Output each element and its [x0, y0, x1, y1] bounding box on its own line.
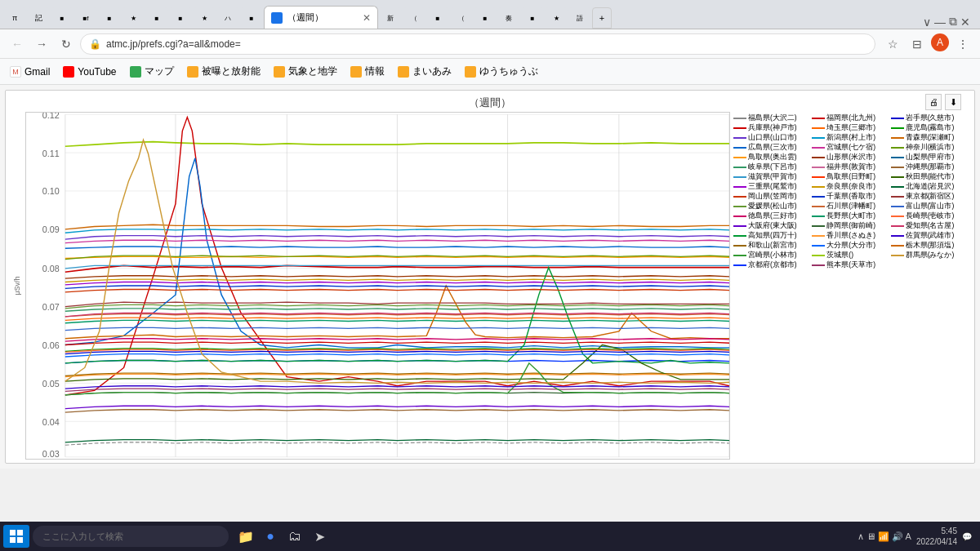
folder-miami-icon — [398, 66, 409, 78]
tab-item[interactable]: ★ — [545, 7, 568, 29]
legend-kyoto: 京都府(京都市) — [733, 260, 810, 270]
tab-close-icon[interactable]: ✕ — [363, 12, 371, 24]
legend-nara: 奈良県(奈良市) — [812, 182, 889, 192]
chart-title: （週間） — [6, 91, 974, 112]
tab-item[interactable]: 奏 — [497, 7, 520, 29]
legend-oita: 大分県(大分市) — [812, 241, 889, 251]
close-icon[interactable]: ✕ — [960, 16, 970, 29]
taskbar-clock: 5:45 2022/04/14 — [916, 526, 957, 547]
tab-item[interactable]: ■f — [74, 7, 97, 29]
legend-tottori2: 鳥取県(日野町) — [812, 172, 889, 182]
bookmark-radiation[interactable]: 被曝と放射能 — [184, 63, 264, 80]
legend-tottori: 鳥取県(奥出雲) — [733, 153, 810, 162]
tab-item[interactable]: ■ — [145, 7, 168, 29]
reload-button[interactable]: ↻ — [56, 33, 77, 55]
tab-item[interactable]: ■ — [426, 7, 449, 29]
browser-actions: ☆ ⊟ A ⋮ — [882, 33, 973, 55]
file-explorer-icon[interactable]: 📁 — [235, 526, 256, 547]
tab-item[interactable]: ■ — [169, 7, 192, 29]
y-axis-label: μSv/h — [9, 112, 25, 460]
start-button[interactable] — [3, 525, 29, 548]
new-tab-button[interactable]: + — [592, 7, 612, 29]
task-arrow-icon[interactable]: ➤ — [309, 526, 330, 547]
tab-group-icon[interactable]: ⊟ — [906, 33, 928, 55]
tab-item[interactable]: （ — [403, 7, 425, 29]
tab-item[interactable]: 語 — [568, 7, 591, 29]
legend-shizuoka: 静岡県(御前崎) — [812, 221, 889, 231]
bookmark-youtube[interactable]: YouTube — [60, 64, 119, 79]
restore-icon[interactable]: ⧉ — [949, 15, 957, 29]
chart-area: .gridline { stroke: #e0e0e0; stroke-widt… — [25, 112, 730, 460]
tab-item[interactable]: ★ — [122, 7, 145, 29]
bookmark-info[interactable]: 情報 — [347, 63, 388, 80]
active-tab[interactable]: （週間） ✕ — [264, 6, 378, 29]
tab-item[interactable]: ■ — [51, 7, 74, 29]
bookmarks-bar: M Gmail YouTube マップ 被曝と放射能 気象と地学 情報 まいあみ… — [0, 59, 980, 85]
tab-item[interactable]: ■ — [98, 7, 121, 29]
taskbar-date-display: 2022/04/14 — [916, 536, 957, 547]
legend-tochigi: 栃木県(那須塩) — [891, 241, 968, 251]
legend-okayama: 岡山県(笠岡市) — [733, 192, 810, 202]
tab-item[interactable]: ■ — [240, 7, 263, 29]
tab-item[interactable]: （ — [450, 7, 473, 29]
back-button[interactable]: ← — [7, 33, 28, 55]
folder-info-icon — [350, 66, 362, 78]
notification-button[interactable]: 💬 — [962, 532, 972, 541]
folder-weather-icon — [274, 66, 285, 78]
folder-radiation-icon — [187, 66, 198, 78]
bookmark-gmail[interactable]: M Gmail — [7, 64, 53, 79]
legend-yamanashi: 山梨県(甲府市) — [891, 153, 968, 162]
bookmark-youtube2[interactable]: ゆうちゅうぶ — [461, 63, 541, 80]
tab-item[interactable]: ★ — [193, 7, 216, 29]
tab-item[interactable]: π — [3, 7, 26, 29]
svg-rect-35 — [17, 530, 23, 535]
folder-youtube2-icon — [465, 66, 476, 78]
browser-content: （週間） 🖨 ⬇ μSv/h — [0, 85, 980, 469]
minimize-icon[interactable]: ― — [934, 16, 946, 29]
more-menu-icon[interactable]: ⋮ — [952, 33, 973, 55]
legend-kanagawa: 神奈川(横浜市) — [891, 143, 968, 153]
tab-item[interactable]: ■ — [521, 7, 544, 29]
svg-text:0.03: 0.03 — [42, 450, 60, 459]
legend-nagano: 長野県(大町市) — [812, 211, 889, 221]
legend-toyama: 富山県(富山市) — [891, 202, 968, 211]
taskbar-app-icons: 📁 ● 🗂 ➤ — [235, 526, 330, 547]
bookmark-miami[interactable]: まいあみ — [394, 63, 455, 80]
legend-nagasaki: 長崎県(壱岐市) — [891, 211, 968, 221]
bookmark-weather[interactable]: 気象と地学 — [270, 63, 341, 80]
tab-search-icon[interactable]: ∨ — [923, 16, 931, 29]
profile-icon[interactable]: A — [931, 33, 949, 51]
forward-button[interactable]: → — [31, 33, 52, 55]
address-text: atmc.jp/prefs.cgi?a=all&mode= — [106, 38, 866, 50]
tab-item[interactable]: ■ — [474, 7, 497, 29]
address-bar[interactable]: 🔒 atmc.jp/prefs.cgi?a=all&mode= — [80, 33, 875, 55]
legend-gifu: 岐阜県(下呂市) — [733, 162, 810, 172]
taskbar: 📁 ● 🗂 ➤ ∧ 🖥 📶 🔊 A 5:45 2022/04/14 💬 — [0, 522, 980, 551]
svg-text:0.12: 0.12 — [42, 113, 60, 120]
tab-item[interactable]: 記 — [27, 7, 50, 29]
legend-hokkaido: 北海道(岩見沢) — [891, 182, 968, 192]
taskbar-search-input[interactable] — [33, 526, 229, 547]
print-button[interactable]: 🖨 — [925, 94, 942, 110]
taskbar-tray: ∧ 🖥 📶 🔊 A 5:45 2022/04/14 💬 — [858, 526, 977, 547]
windows-logo-icon — [10, 530, 23, 543]
download-button[interactable]: ⬇ — [945, 94, 961, 110]
legend-miyazaki: 宮崎県(小林市) — [733, 251, 810, 260]
legend-kagawa: 香川県(さぬき) — [812, 231, 889, 241]
legend-osaka: 大阪府(東大阪) — [733, 221, 810, 231]
youtube-icon — [63, 66, 74, 78]
explorer-taskbar-icon[interactable]: 🗂 — [284, 526, 305, 547]
legend-fukushima: 福島県(大沢二) — [733, 113, 810, 123]
tab-item[interactable]: 新 — [379, 7, 402, 29]
bookmark-weather-label: 気象と地学 — [288, 64, 337, 78]
chrome-taskbar-icon[interactable]: ● — [260, 526, 281, 547]
tab-item[interactable]: ハ — [216, 7, 239, 29]
bookmark-star-icon[interactable]: ☆ — [882, 33, 903, 55]
legend-akita: 秋田県(能代市) — [891, 172, 968, 182]
legend-kochi: 高知県(四万十) — [733, 231, 810, 241]
svg-text:0.07: 0.07 — [42, 303, 60, 312]
svg-text:0.09: 0.09 — [42, 226, 60, 235]
legend-kagoshima: 鹿児島(霧島市) — [891, 123, 968, 133]
bookmark-youtube2-label: ゆうちゅうぶ — [479, 64, 538, 78]
bookmark-maps[interactable]: マップ — [127, 63, 177, 80]
